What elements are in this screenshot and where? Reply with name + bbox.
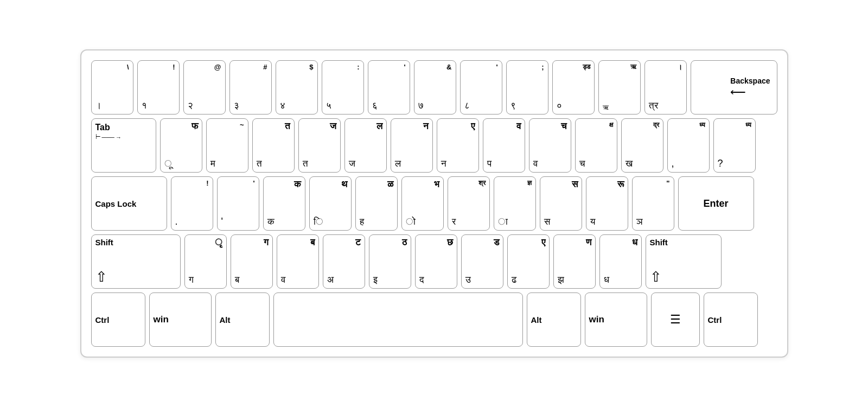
key-win-left[interactable]: win — [149, 292, 212, 347]
key-e[interactable]: त त — [252, 118, 295, 173]
key-v[interactable]: ट अ — [323, 234, 365, 289]
key-b[interactable]: ठ इ — [369, 234, 411, 289]
key-alt-left[interactable]: Alt — [215, 292, 270, 347]
key-lbracket[interactable]: द्र ख — [621, 118, 663, 173]
key-f[interactable]: थ ि — [309, 176, 352, 231]
key-alt-right[interactable]: Alt — [527, 292, 581, 347]
key-w[interactable]: ~ म — [206, 118, 248, 173]
key-enter[interactable]: Enter — [678, 176, 754, 231]
key-quote[interactable]: " ञ — [632, 176, 674, 231]
key-ctrl-left[interactable]: Ctrl — [91, 292, 145, 347]
keyboard-row-5: Ctrl win Alt Alt win ☰ Ctrl — [91, 292, 777, 347]
key-shift-right[interactable]: Shift ⇧ — [646, 234, 722, 289]
key-7[interactable]: & ७ — [414, 60, 456, 115]
key-t[interactable]: ल ज — [344, 118, 387, 173]
key-g[interactable]: ळ ह — [355, 176, 398, 231]
key-minus[interactable]: ऋ ऋ — [598, 60, 641, 115]
key-p[interactable]: क्ष च — [575, 118, 617, 173]
key-q[interactable]: फ ू — [160, 118, 202, 173]
key-i[interactable]: व प — [483, 118, 525, 173]
key-8[interactable]: ' ८ — [460, 60, 502, 115]
key-backtick[interactable]: \ । — [91, 60, 133, 115]
keyboard-row-1: \ । ! १ @ २ # ३ $ ४ : ५ ' ६ & ७ — [91, 60, 777, 115]
key-space[interactable] — [273, 292, 523, 347]
key-6[interactable]: ' ६ — [368, 60, 410, 115]
key-backslash[interactable]: ध्य ? — [713, 118, 756, 173]
key-r[interactable]: ज त — [298, 118, 341, 173]
key-3[interactable]: # ३ — [229, 60, 272, 115]
key-semicolon[interactable]: रू य — [586, 176, 628, 231]
keyboard-row-2: Tab ⊢ ─── → फ ू ~ म त त ज त ल ज — [91, 118, 777, 173]
key-caps-lock[interactable]: Caps Lock — [91, 176, 167, 231]
keyboard-row-3: Caps Lock ! . ' ' क क थ ि ळ ह भ ो श्र र — [91, 176, 777, 231]
keyboard-row-4: Shift ⇧ ृ ग ग ब ब व ट अ ठ इ छ द ड उ — [91, 234, 777, 289]
key-backspace[interactable]: Backspace ⟵ — [691, 60, 777, 115]
key-u[interactable]: ए न — [437, 118, 479, 173]
key-period[interactable]: ण झ — [553, 234, 596, 289]
key-z[interactable]: ृ ग — [184, 234, 227, 289]
key-menu[interactable]: ☰ — [651, 292, 700, 347]
key-shift-left[interactable]: Shift ⇧ — [91, 234, 181, 289]
key-ctrl-right[interactable]: Ctrl — [704, 292, 758, 347]
key-j[interactable]: श्र र — [448, 176, 490, 231]
key-comma[interactable]: ए ढ — [507, 234, 550, 289]
key-s[interactable]: ' ' — [217, 176, 259, 231]
key-rbracket[interactable]: ध्य , — [667, 118, 710, 173]
key-a[interactable]: ! . — [171, 176, 213, 231]
key-l[interactable]: स स — [540, 176, 582, 231]
key-y[interactable]: न ल — [391, 118, 433, 173]
key-k[interactable]: ज्ञ ा — [494, 176, 536, 231]
key-h[interactable]: भ ो — [401, 176, 444, 231]
key-slash[interactable]: ध ध — [599, 234, 642, 289]
key-0[interactable]: ड्ड ० — [552, 60, 595, 115]
key-x[interactable]: ग ब — [231, 234, 273, 289]
key-2[interactable]: @ २ — [183, 60, 226, 115]
key-d[interactable]: क क — [263, 176, 305, 231]
key-o[interactable]: च व — [529, 118, 571, 173]
key-tab[interactable]: Tab ⊢ ─── → — [91, 118, 156, 173]
key-9[interactable]: ; ९ — [506, 60, 548, 115]
key-1[interactable]: ! १ — [137, 60, 180, 115]
key-5[interactable]: : ५ — [322, 60, 364, 115]
key-m[interactable]: ड उ — [461, 234, 503, 289]
key-c[interactable]: ब व — [277, 234, 319, 289]
key-win-right[interactable]: win — [585, 292, 647, 347]
keyboard: \ । ! १ @ २ # ३ $ ४ : ५ ' ६ & ७ — [80, 49, 788, 358]
key-n[interactable]: छ द — [415, 234, 457, 289]
key-4[interactable]: $ ४ — [276, 60, 318, 115]
key-equals[interactable]: । त्र — [644, 60, 687, 115]
